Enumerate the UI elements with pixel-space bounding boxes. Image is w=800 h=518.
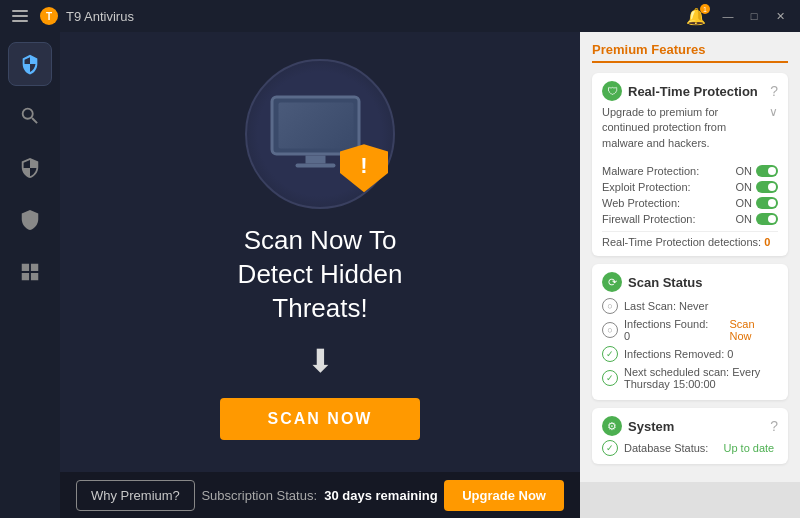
headline-line2: Detect Hidden [238, 258, 403, 292]
minimize-button[interactable]: — [716, 6, 740, 26]
main-content: ! Scan Now To Detect Hidden Threats! ⬇ S… [60, 32, 580, 518]
next-scheduled-label: Next scheduled scan: Every Thursday 15:0… [624, 366, 778, 390]
scan-status-title-row: ⟳ Scan Status [602, 272, 702, 292]
headline-line3: Threats! [238, 292, 403, 326]
window-controls: 🔔 1 — □ ✕ [686, 6, 792, 26]
system-help-icon[interactable]: ? [770, 418, 778, 434]
exploit-toggle-dot [756, 181, 778, 193]
rtp-title: Real-Time Protection [628, 84, 758, 99]
hamburger-menu[interactable] [8, 6, 32, 26]
web-status: ON [736, 197, 753, 209]
malware-toggle[interactable]: ON [736, 165, 779, 177]
database-status-row: ✓ Database Status: Up to date [602, 440, 778, 456]
title-bar-left: T T9 Antivirus [8, 6, 134, 26]
firewall-status: ON [736, 213, 753, 225]
next-scheduled-icon: ✓ [602, 370, 618, 386]
database-status-icon: ✓ [602, 440, 618, 456]
exploit-toggle[interactable]: ON [736, 181, 779, 193]
exploit-status: ON [736, 181, 753, 193]
system-icon-circle: ⚙ [602, 416, 622, 436]
sidebar-item-shield[interactable] [8, 42, 52, 86]
infections-removed-icon: ✓ [602, 346, 618, 362]
scan-headline: Scan Now To Detect Hidden Threats! [238, 224, 403, 325]
sidebar-item-search[interactable] [8, 94, 52, 138]
detections-count: 0 [764, 236, 770, 248]
upgrade-now-button[interactable]: Upgrade Now [444, 480, 564, 511]
app-title: T9 Antivirus [66, 9, 134, 24]
rtp-title-row: 🛡 Real-Time Protection [602, 81, 758, 101]
infections-found-icon: ○ [602, 322, 618, 338]
monitor-stand [306, 156, 326, 164]
real-time-protection-section: 🛡 Real-Time Protection ? Upgrade to prem… [592, 73, 788, 256]
system-section: ⚙ System ? ✓ Database Status: Up to date [592, 408, 788, 464]
web-toggle[interactable]: ON [736, 197, 779, 209]
exploit-label: Exploit Protection: [602, 181, 691, 193]
infections-removed-label: Infections Removed: 0 [624, 348, 733, 360]
rtp-header: 🛡 Real-Time Protection ? [602, 81, 778, 101]
shield-illustration: ! [340, 144, 390, 194]
sidebar [0, 32, 60, 518]
scan-illustration: ! [240, 64, 400, 204]
system-title-row: ⚙ System [602, 416, 674, 436]
app-icon: T [40, 7, 58, 25]
system-header: ⚙ System ? [602, 416, 778, 436]
malware-label: Malware Protection: [602, 165, 699, 177]
right-panel-bottom [580, 482, 800, 518]
monitor-screen-inner [278, 103, 353, 149]
subscription-status: Subscription Status: 30 days remaining [201, 488, 437, 503]
system-title: System [628, 419, 674, 434]
scan-status-title: Scan Status [628, 275, 702, 290]
scan-now-button[interactable]: SCAN NOW [220, 398, 421, 440]
protection-sidebar-icon [19, 157, 41, 179]
scan-status-section: ⟳ Scan Status ○ Last Scan: Never ○ Infec… [592, 264, 788, 400]
title-bar: T T9 Antivirus 🔔 1 — □ ✕ [0, 0, 800, 32]
right-panel-inner: Premium Features 🛡 Real-Time Protection … [580, 32, 800, 482]
bottom-bar: Why Premium? Subscription Status: 30 day… [60, 472, 580, 518]
shield-exclaim: ! [360, 153, 367, 179]
maximize-button[interactable]: □ [742, 6, 766, 26]
rtp-expand-icon[interactable]: ∨ [769, 105, 778, 119]
web-row: Web Protection: ON [602, 195, 778, 211]
notification-badge: 1 [700, 4, 710, 14]
scan-status-icon-circle: ⟳ [602, 272, 622, 292]
subscription-value: 30 days remaining [324, 488, 437, 503]
firewall-label: Firewall Protection: [602, 213, 696, 225]
search-sidebar-icon [19, 105, 41, 127]
tools-sidebar-icon [19, 209, 41, 231]
rtp-help-icon[interactable]: ? [770, 83, 778, 99]
detections-row: Real-Time Protection detections: 0 [602, 231, 778, 248]
web-toggle-dot [756, 197, 778, 209]
notification-icon[interactable]: 🔔 1 [686, 7, 708, 25]
sidebar-item-protection[interactable] [8, 146, 52, 190]
headline-line1: Scan Now To [238, 224, 403, 258]
web-label: Web Protection: [602, 197, 680, 209]
shield-sidebar-icon [19, 53, 41, 75]
infections-removed-row: ✓ Infections Removed: 0 [602, 344, 778, 364]
firewall-toggle-dot [756, 213, 778, 225]
scan-status-header: ⟳ Scan Status [602, 272, 778, 292]
app-body: ! Scan Now To Detect Hidden Threats! ⬇ S… [0, 32, 800, 518]
sidebar-item-tools[interactable] [8, 198, 52, 242]
database-status-label: Database Status: [624, 442, 708, 454]
center-panel: ! Scan Now To Detect Hidden Threats! ⬇ S… [60, 32, 580, 472]
malware-row: Malware Protection: ON [602, 163, 778, 179]
sidebar-item-grid[interactable] [8, 250, 52, 294]
rtp-subtitle: Upgrade to premium for continued protect… [602, 105, 762, 151]
arrow-down-icon: ⬇ [307, 342, 334, 380]
last-scan-label: Last Scan: Never [624, 300, 708, 312]
close-button[interactable]: ✕ [768, 6, 792, 26]
shield-body: ! [340, 144, 388, 192]
malware-toggle-dot [756, 165, 778, 177]
scan-now-link[interactable]: Scan Now [730, 318, 778, 342]
database-status-link[interactable]: Up to date [723, 442, 774, 454]
infections-found-row: ○ Infections Found: 0 Scan Now [602, 316, 778, 344]
exploit-row: Exploit Protection: ON [602, 179, 778, 195]
subscription-label: Subscription Status: [201, 488, 317, 503]
last-scan-icon: ○ [602, 298, 618, 314]
right-panel: Premium Features 🛡 Real-Time Protection … [580, 32, 800, 518]
next-scheduled-row: ✓ Next scheduled scan: Every Thursday 15… [602, 364, 778, 392]
monitor-base [296, 164, 336, 168]
firewall-row: Firewall Protection: ON [602, 211, 778, 227]
why-premium-button[interactable]: Why Premium? [76, 480, 195, 511]
firewall-toggle[interactable]: ON [736, 213, 779, 225]
